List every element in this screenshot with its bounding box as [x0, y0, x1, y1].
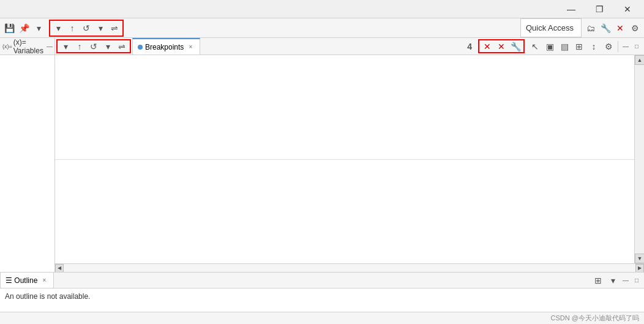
panels-area: (x)= (x)= Variables — □ ✕ ▾: [0, 38, 644, 272]
toolbar-left: 💾 📌 ▾: [0, 21, 48, 35]
outline-close[interactable]: ×: [40, 276, 48, 285]
h-divider: [55, 159, 634, 160]
toolbar-g3-icon1[interactable]: ▾: [51, 21, 65, 35]
qa-icon1[interactable]: 🗂: [584, 21, 597, 35]
breakpoints-dot: [138, 45, 143, 50]
outline-tab-label: ☰ Outline: [6, 276, 37, 285]
toolbar-g3-icon5[interactable]: ⇌: [108, 21, 121, 35]
bt-max[interactable]: □: [632, 276, 642, 285]
window: — ❐ ✕ 💾 📌 ▾ ▾ ↑ ↺ ▾ ⇌ Quick Access 🗂 🔧 ✕: [0, 0, 644, 324]
ctg3-icon3[interactable]: ↺: [87, 40, 100, 53]
ri-icon3[interactable]: ⊞: [572, 40, 586, 53]
center-panel: ▾ ↑ ↺ ▾ ⇌ Breakpoints × 4: [55, 38, 644, 272]
scroll-down-btn[interactable]: ▼: [635, 254, 644, 263]
scroll-right-btn[interactable]: ▶: [635, 264, 644, 273]
left-panel-icon-ox: (x)=: [2, 42, 12, 51]
bt-dropdown[interactable]: ▾: [606, 274, 620, 287]
ri-icon5[interactable]: ⚙: [602, 40, 615, 53]
close-button[interactable]: ✕: [613, 0, 642, 18]
variables-tab-label[interactable]: (x)= Variables: [13, 38, 43, 55]
title-bar-buttons: — ❐ ✕: [557, 0, 642, 18]
badge-4-area: 4: [462, 38, 477, 55]
quick-access-area: Quick Access 🗂 🔧 ✕ ⚙: [520, 18, 644, 37]
ri-max[interactable]: □: [632, 42, 642, 51]
watermark: CSDN @今天小迪敲代码了吗: [551, 314, 639, 323]
qa-icon4[interactable]: ⚙: [628, 21, 642, 35]
rtg4-icon3[interactable]: 🔧: [509, 40, 522, 53]
toolbar-dropdown-1[interactable]: ▾: [32, 21, 45, 35]
ctg3-icon5[interactable]: ⇌: [115, 40, 129, 53]
toolbar-group3: ▾ ↑ ↺ ▾ ⇌: [49, 20, 124, 37]
toolbar-g3-icon4[interactable]: ▾: [94, 21, 107, 35]
qa-icon2[interactable]: 🔧: [599, 21, 612, 35]
rtg4-icon2[interactable]: ✕: [495, 40, 508, 53]
rtg4-icon1[interactable]: ✕: [481, 40, 494, 53]
scroll-left-btn[interactable]: ◀: [55, 264, 64, 273]
left-sidebar: (x)= (x)= Variables — □ ✕: [0, 38, 55, 272]
bottom-tab-bar: ☰ Outline × ⊞ ▾ — □: [0, 273, 644, 288]
right-toolbar-group4: ✕ ✕ 🔧: [478, 39, 525, 53]
bottom-scrollbar: ◀ ▶: [55, 263, 644, 272]
qa-icon3[interactable]: ✕: [613, 21, 627, 35]
ctg3-icon1[interactable]: ▾: [59, 40, 72, 53]
ri-icon1[interactable]: ▣: [543, 40, 556, 53]
bottom-panel: ☰ Outline × ⊞ ▾ — □ An outline is not av…: [0, 272, 644, 324]
scroll-up-btn[interactable]: ▲: [635, 55, 644, 65]
ri-min[interactable]: —: [621, 42, 631, 51]
breakpoints-tab-label: Breakpoints: [145, 43, 184, 51]
center-content: [55, 55, 634, 263]
scroll-track-v[interactable]: [635, 65, 644, 254]
center-content-area: ▲ ▼: [55, 55, 644, 263]
toolbar-icon-2[interactable]: 📌: [17, 21, 31, 35]
quick-access-input[interactable]: Quick Access: [520, 18, 582, 37]
toolbar-g3-icon3[interactable]: ↺: [80, 21, 93, 35]
right-icons: ↖ ▣ ▤ ⊞ ↕ ⚙ — □: [526, 38, 644, 55]
outline-tab[interactable]: ☰ Outline ×: [0, 273, 54, 288]
toolbar-icon-1[interactable]: 💾: [2, 21, 16, 35]
breakpoints-close[interactable]: ×: [186, 43, 195, 51]
outline-message: An outline is not available.: [5, 292, 90, 301]
badge-4: 4: [467, 42, 472, 51]
bottom-footer: CSDN @今天小迪敲代码了吗: [0, 312, 644, 324]
ri-icon4[interactable]: ↕: [587, 40, 601, 53]
bt-min[interactable]: —: [621, 276, 631, 285]
toolbar-g3-icon2[interactable]: ↑: [66, 21, 79, 35]
left-panel-content: [0, 55, 54, 272]
quick-access-icons: 🗂 🔧 ✕ ⚙: [582, 21, 644, 35]
ri-icon2[interactable]: ▤: [558, 40, 571, 53]
main-toolbar: 💾 📌 ▾ ▾ ↑ ↺ ▾ ⇌ Quick Access 🗂 🔧 ✕ ⚙: [0, 18, 644, 38]
ctg3-icon4[interactable]: ▾: [101, 40, 114, 53]
center-tab-bar: ▾ ↑ ↺ ▾ ⇌ Breakpoints × 4: [55, 38, 644, 55]
ri-cursor[interactable]: ↖: [528, 40, 542, 53]
bt-icon1[interactable]: ⊞: [591, 274, 605, 287]
minimize-button[interactable]: —: [557, 0, 585, 18]
breakpoints-tab[interactable]: Breakpoints ×: [132, 38, 200, 55]
restore-button[interactable]: ❐: [585, 0, 613, 18]
left-panel-header: (x)= (x)= Variables — □ ✕: [0, 38, 54, 55]
center-toolbar-group3: ▾ ↑ ↺ ▾ ⇌: [56, 39, 131, 53]
ctg3-icon2[interactable]: ↑: [73, 40, 86, 53]
bottom-content: An outline is not available.: [0, 288, 644, 312]
title-bar: — ❐ ✕: [0, 0, 644, 18]
left-panel-minimize[interactable]: —: [45, 42, 54, 51]
right-scrollbar: ▲ ▼: [634, 55, 644, 263]
sep1: [618, 41, 618, 52]
bottom-tab-icons: ⊞ ▾ — □: [589, 274, 644, 287]
